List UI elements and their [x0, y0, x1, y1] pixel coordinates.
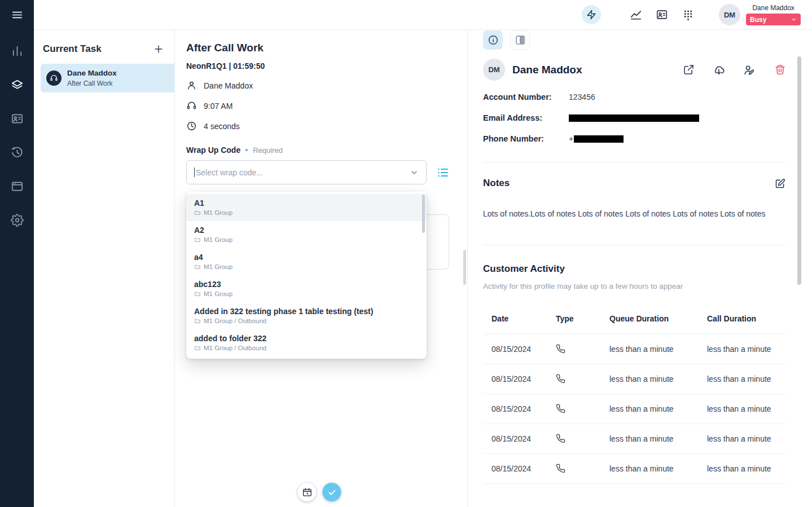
chevron-down-icon — [791, 16, 797, 23]
gear-icon — [11, 214, 24, 227]
wrap-option[interactable]: Added in 322 testing phase 1 table testi… — [186, 302, 427, 329]
task-item-name: Dane Maddox — [67, 69, 117, 78]
schedule-callback-button[interactable] — [297, 483, 316, 501]
wrap-option-label: added to folder 322 — [194, 333, 419, 343]
content-row: Current Task Dane Maddox After Call Work — [34, 30, 812, 507]
dropdown-scrollbar[interactable] — [422, 195, 425, 233]
check-icon — [327, 487, 337, 497]
profile-view-toggles — [483, 30, 786, 50]
browse-wrap-codes-button[interactable] — [434, 164, 451, 181]
profile-name: Dane Maddox — [512, 64, 582, 76]
account-number-row: Account Number: 123456 — [483, 92, 786, 102]
dialpad-icon — [682, 9, 694, 21]
email-redacted-value — [569, 114, 699, 122]
nav-contacts-button[interactable] — [6, 107, 28, 130]
call-time-row: 9:07 AM — [186, 100, 467, 111]
cloud-download-icon — [713, 64, 725, 76]
wrap-up-label: Wrap Up Code — [186, 146, 240, 155]
phone-prefix: + — [569, 134, 573, 143]
open-profile-button[interactable] — [682, 64, 695, 76]
download-profile-button[interactable] — [713, 64, 725, 76]
info-icon — [488, 34, 499, 46]
task-list-item[interactable]: Dane Maddox After Call Work — [41, 64, 174, 92]
phone-icon — [556, 404, 609, 413]
phone-icon — [556, 434, 609, 443]
folder-icon — [194, 318, 201, 324]
panel-scrollbar[interactable] — [463, 250, 466, 285]
add-task-button[interactable] — [152, 42, 165, 56]
activity-table: Date Type Queue Duration Call Duration 0… — [483, 304, 786, 484]
call-duration: less than a minute — [707, 464, 786, 473]
task-detail-panel: After Call Work NeonR1Q1 | 01:59:50 Dane… — [175, 30, 468, 507]
customer-activity-subtitle: Activity for this profile may take up to… — [483, 282, 786, 290]
profile-panel-scrollbar[interactable] — [797, 56, 801, 285]
phone-icon — [556, 374, 609, 383]
session-info: NeonR1Q1 | 01:59:50 — [186, 61, 467, 70]
divider — [483, 245, 786, 245]
nav-settings-button[interactable] — [6, 209, 28, 231]
profile-avatar: DM — [483, 59, 505, 81]
contact-info: Account Number: 123456 Email Address: Ph… — [483, 92, 786, 143]
current-task-header: Current Task — [34, 42, 174, 56]
analytics-button[interactable] — [626, 5, 646, 25]
wrap-code-select[interactable]: Select wrap code... — [186, 160, 427, 184]
wrap-option[interactable]: abc123 M1 Group — [186, 275, 427, 302]
edit-contact-button[interactable] — [743, 64, 756, 76]
calendar-clock-icon — [302, 487, 312, 497]
profile-actions — [682, 64, 786, 76]
nav-tasks-button[interactable] — [6, 73, 28, 96]
dialpad-button[interactable] — [678, 5, 698, 25]
status-dropdown-button[interactable]: Busy — [746, 14, 801, 25]
info-view-toggle[interactable] — [483, 30, 503, 50]
current-task-title: Current Task — [43, 43, 102, 55]
headset-icon — [186, 100, 197, 111]
nav-browser-button[interactable] — [6, 175, 28, 197]
wrap-option[interactable]: A2 M1 Group — [186, 221, 427, 248]
user-avatar[interactable]: DM — [719, 4, 740, 25]
column-header-queue-duration: Queue Duration — [609, 314, 707, 323]
hamburger-menu-button[interactable] — [0, 0, 34, 30]
wrap-option-group: M1 Group — [194, 236, 419, 243]
text-caret — [194, 167, 195, 177]
column-header-call-duration: Call Duration — [707, 314, 786, 323]
trash-icon — [774, 64, 786, 76]
wrap-option[interactable]: A1 M1 Group — [186, 194, 427, 221]
directory-button[interactable] — [652, 5, 672, 25]
wrap-option[interactable]: added to folder 322 M1 Group / Outbound — [186, 329, 427, 356]
activity-date: 08/15/2024 — [491, 404, 556, 413]
contact-name: Dane Maddox — [204, 81, 253, 90]
folder-icon — [194, 290, 201, 297]
task-item-subtitle: After Call Work — [67, 80, 117, 87]
quick-actions-button[interactable] — [582, 5, 601, 24]
nav-stats-button[interactable] — [6, 39, 28, 62]
page-title: After Call Work — [186, 42, 467, 54]
wrap-option-label: abc123 — [194, 279, 419, 289]
folder-icon — [194, 345, 201, 351]
edit-notes-button[interactable] — [774, 177, 786, 189]
complete-task-button[interactable] — [322, 483, 341, 501]
external-link-icon — [683, 64, 695, 76]
notes-header: Notes — [483, 177, 786, 189]
call-duration: less than a minute — [707, 434, 786, 443]
activity-date: 08/15/2024 — [491, 434, 556, 443]
contact-card-icon — [11, 112, 24, 125]
nav-history-button[interactable] — [6, 141, 28, 164]
wrap-option[interactable]: a4 M1 Group — [186, 248, 427, 275]
wrap-up-label-row: Wrap Up Code Required — [186, 146, 467, 155]
queue-duration: less than a minute — [609, 374, 707, 383]
bar-chart-icon — [11, 45, 24, 58]
layers-icon — [11, 78, 24, 91]
main-column: DM Dane Maddox Busy Current Task — [34, 0, 812, 507]
split-view-icon — [515, 34, 526, 46]
wrap-option-group: M1 Group / Outbound — [194, 318, 419, 324]
wrap-code-dropdown: A1 M1 Group A2 M1 Group a4 M1 Group abc1… — [186, 192, 427, 359]
contact-card-icon — [656, 8, 668, 21]
chevron-down-icon[interactable] — [402, 168, 426, 177]
required-dot — [245, 149, 248, 151]
list-icon — [436, 166, 450, 179]
account-number-value: 123456 — [569, 92, 595, 102]
split-view-toggle[interactable] — [510, 30, 530, 50]
delete-contact-button[interactable] — [774, 64, 786, 76]
queue-duration: less than a minute — [609, 464, 707, 473]
table-row: 08/15/2024 less than a minute less than … — [483, 454, 786, 484]
